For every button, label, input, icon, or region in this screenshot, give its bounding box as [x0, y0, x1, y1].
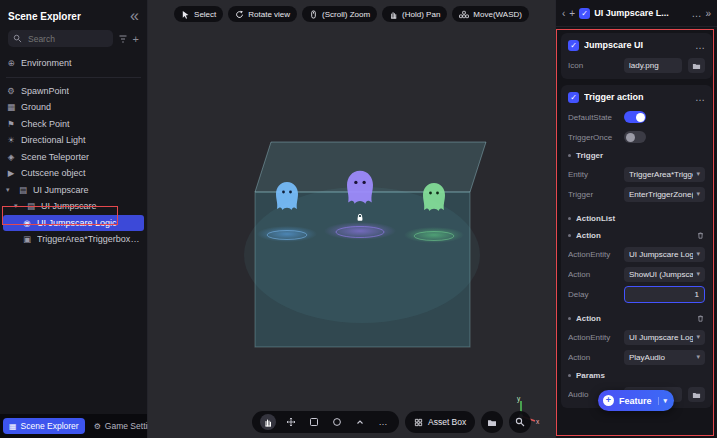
action-select[interactable]: ShowUI (Jumpscare UI) ▾: [624, 267, 705, 282]
scene-tree: ⊕ Environment ⚙ SpawnPoint ▦ Ground ⚑ Ch…: [0, 53, 147, 414]
default-state-toggle[interactable]: [624, 111, 646, 123]
chevron-down-icon[interactable]: ▾: [14, 202, 21, 210]
ground-icon: ▦: [6, 102, 16, 112]
section-title: Trigger action: [584, 92, 690, 102]
select-value: EnterTriggerZone(P...: [629, 190, 693, 199]
sidebar-item-scene-teleporter[interactable]: ◈ Scene Teleporter: [0, 149, 147, 166]
scale-tool-button[interactable]: [306, 414, 322, 430]
add-entity-icon[interactable]: +: [133, 33, 139, 45]
delete-action-icon[interactable]: [696, 231, 705, 240]
collapse-panel-icon[interactable]: «: [130, 7, 139, 25]
back-icon[interactable]: ‹: [562, 8, 565, 19]
chevron-down-icon[interactable]: ▾: [6, 186, 13, 194]
delay-input[interactable]: 1: [624, 286, 705, 303]
action-entity-select[interactable]: UI Jumpscare Logic ▾: [624, 247, 705, 262]
field-label: Delay: [568, 290, 618, 299]
chevron-down-icon[interactable]: ▾: [658, 397, 668, 405]
more-tools-icon[interactable]: …: [375, 414, 391, 430]
hold-pan-button[interactable]: (Hold) Pan: [382, 6, 447, 22]
gear-icon: ⚙: [94, 422, 101, 431]
move-wasd-button[interactable]: Move(WASD): [452, 6, 529, 22]
search-input[interactable]: [26, 33, 108, 45]
chevron-down-icon: ▾: [696, 250, 700, 258]
section-title: Jumpscare UI: [584, 40, 690, 50]
logic-icon: ◉: [22, 218, 32, 228]
entity-select[interactable]: TriggerArea*Trigger... ▾: [624, 167, 705, 182]
rotate-view-button[interactable]: Rotate view: [228, 6, 297, 22]
scroll-zoom-button[interactable]: (Scroll) Zoom: [302, 6, 377, 22]
sidebar-item-ui-jumpscare[interactable]: ▾ ▤ UI Jumpscare: [0, 182, 147, 199]
sidebar-item-trigger-area[interactable]: ▣ TriggerArea*TriggerboxIsNeces...: [0, 231, 147, 248]
browse-file-button[interactable]: [688, 58, 705, 73]
search-input-box[interactable]: [8, 30, 113, 47]
field-value: lady.png: [629, 61, 677, 70]
asset-grid-icon: [414, 418, 423, 427]
search-icon: [515, 417, 525, 427]
folder-button[interactable]: [481, 411, 503, 433]
search-scene-button[interactable]: [509, 411, 531, 433]
field-label: Action: [568, 353, 618, 362]
viewport-mode-toolbar: Select Rotate view (Scroll) Zoom (Hold) …: [148, 6, 555, 22]
asset-box-button[interactable]: Asset Box: [405, 411, 475, 433]
sidebar-item-check-point[interactable]: ⚑ Check Point: [0, 116, 147, 133]
trigger-action-section: ✓ Trigger action … DefaultState TriggerO…: [561, 85, 712, 408]
select-value: ShowUI (Jumpscare UI): [629, 270, 693, 279]
browse-audio-button[interactable]: [688, 387, 705, 402]
sidebar-item-ui-jumpscare-child[interactable]: ▾ ▤ UI Jumpscare: [0, 198, 147, 215]
sidebar-item-directional-light[interactable]: ☀ Directional Light: [0, 132, 147, 149]
folder-icon: [487, 417, 497, 427]
filter-icon[interactable]: [118, 34, 128, 44]
field-label: Entity: [568, 170, 618, 179]
sidebar-item-spawnpoint[interactable]: ⚙ SpawnPoint: [0, 83, 147, 100]
tool-label: Select: [194, 10, 216, 19]
select-value: UI Jumpscare Logic: [629, 250, 693, 259]
trigger-once-toggle[interactable]: [624, 131, 646, 143]
chevron-down-icon: ▾: [696, 190, 700, 198]
collapse-inspector-icon[interactable]: »: [705, 8, 711, 19]
section-menu-icon[interactable]: …: [695, 40, 705, 51]
chevron-down-icon: ▾: [696, 353, 700, 361]
asset-box-label: Asset Box: [428, 417, 466, 427]
action-entity-select[interactable]: UI Jumpscare Logic ▾: [624, 330, 705, 345]
sidebar-item-ui-jumpscare-logic[interactable]: ◉ UI Jumpscare Logic: [3, 215, 144, 232]
trigger-select[interactable]: EnterTriggerZone(P... ▾: [624, 187, 705, 202]
chevron-down-icon: ▾: [696, 170, 700, 178]
section-menu-icon[interactable]: …: [695, 92, 705, 103]
jumpscare-ui-checkbox[interactable]: ✓: [568, 40, 579, 51]
entity-enabled-checkbox[interactable]: ✓: [579, 8, 590, 19]
app-root: Scene Explorer « + ⊕ Environment ⚙: [0, 0, 717, 438]
item-label: SpawnPoint: [21, 86, 69, 96]
chevron-down-icon: ▾: [696, 333, 700, 341]
bullet-icon: [568, 374, 571, 377]
pan-tool-button[interactable]: [260, 414, 276, 430]
rotate-tool-button[interactable]: [329, 414, 345, 430]
trigger-action-checkbox[interactable]: ✓: [568, 92, 579, 103]
scene-explorer-panel: Scene Explorer « + ⊕ Environment ⚙: [0, 0, 148, 438]
axis-x-label: x: [536, 418, 540, 425]
tab-label: Scene Explorer: [21, 421, 79, 431]
chevron-up-icon[interactable]: [352, 414, 368, 430]
tool-label: (Scroll) Zoom: [322, 10, 370, 19]
feature-button[interactable]: + Feature ▾: [598, 390, 674, 411]
tab-scene-explorer[interactable]: ▦ Scene Explorer: [3, 418, 85, 434]
move-tool-button[interactable]: [283, 414, 299, 430]
sidebar-item-cutscene-object[interactable]: ▶ Cutscene object: [0, 165, 147, 182]
inspector-header: ‹ + ✓ UI Jumpscare L... … »: [556, 0, 717, 27]
subsection-title: Trigger: [576, 151, 603, 160]
field-label: Trigger: [568, 190, 618, 199]
select-value: UI Jumpscare Logic: [629, 333, 693, 342]
add-component-icon[interactable]: +: [569, 8, 575, 19]
teleporter-icon: ◈: [6, 152, 16, 162]
field-label: ActionEntity: [568, 333, 618, 342]
delete-action-icon[interactable]: [696, 314, 705, 323]
select-tool-button[interactable]: Select: [174, 6, 223, 22]
action-select[interactable]: PlayAudio ▾: [624, 350, 705, 365]
play-icon: ▶: [6, 168, 16, 178]
icon-file-input[interactable]: lady.png: [624, 58, 682, 73]
sidebar-item-environment[interactable]: ⊕ Environment: [0, 55, 147, 72]
sidebar-item-ground[interactable]: ▦ Ground: [0, 99, 147, 116]
wasd-keys-icon: [459, 10, 469, 19]
more-menu-icon[interactable]: …: [691, 8, 701, 19]
viewport-canvas[interactable]: [148, 0, 555, 438]
chevron-down-icon: ▾: [696, 270, 700, 278]
